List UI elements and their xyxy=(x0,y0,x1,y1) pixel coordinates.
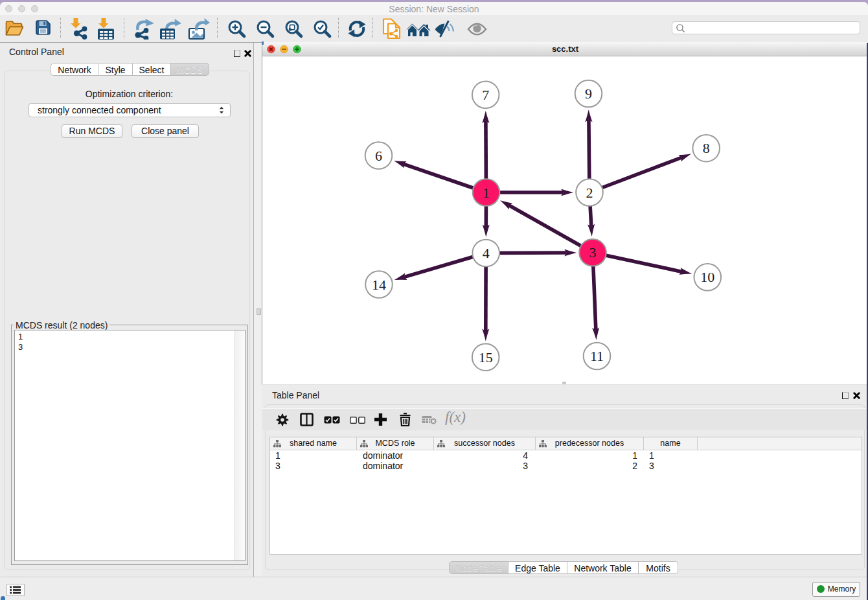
svg-text:15: 15 xyxy=(479,349,493,365)
svg-text:6: 6 xyxy=(375,148,382,164)
svg-text:2: 2 xyxy=(586,185,593,201)
svg-text:9: 9 xyxy=(585,86,592,102)
svg-text:3: 3 xyxy=(589,244,597,260)
svg-text:7: 7 xyxy=(482,87,489,103)
svg-text:14: 14 xyxy=(372,277,386,293)
svg-text:11: 11 xyxy=(590,348,604,364)
svg-text:10: 10 xyxy=(700,269,714,285)
svg-text:8: 8 xyxy=(703,140,710,156)
svg-text:1: 1 xyxy=(483,185,490,201)
svg-text:4: 4 xyxy=(483,245,490,261)
